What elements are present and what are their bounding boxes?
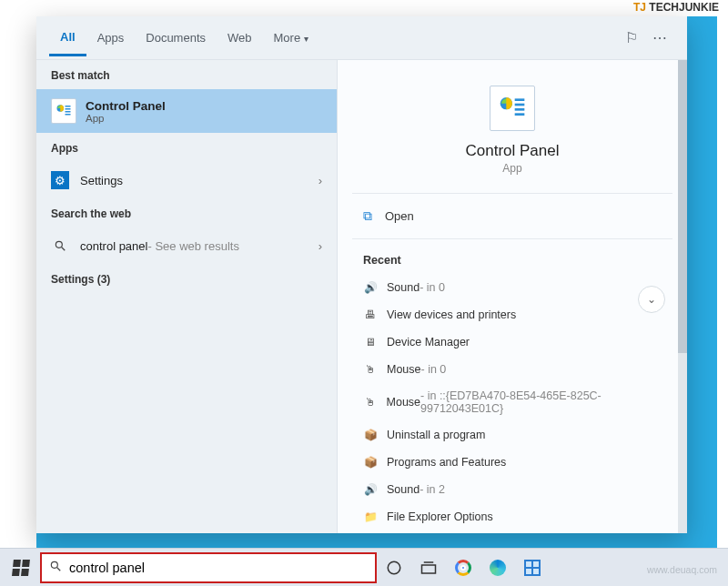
printer-icon: 🖶 — [363, 308, 378, 322]
taskbar-search-box[interactable] — [40, 552, 377, 583]
preview-pane: Control Panel App ⧉ Open ⌄ Recent 🔊Sound… — [337, 60, 687, 533]
windows-search-panel: All Apps Documents Web More▾ ⚐ ⋯ Best ma… — [36, 16, 687, 533]
search-web-header: Search the web — [36, 198, 337, 227]
results-column: Best match Control Panel App Apps ⚙ Sett… — [36, 60, 337, 533]
open-icon: ⧉ — [363, 208, 372, 224]
svg-point-12 — [51, 561, 57, 568]
mouse-icon: 🖱 — [363, 362, 378, 377]
result-label: control panel — [80, 239, 147, 253]
result-web-search[interactable]: control panel - See web results › — [36, 227, 337, 264]
search-icon — [51, 237, 69, 255]
cortana-circle-icon[interactable] — [377, 551, 411, 585]
control-panel-icon — [51, 98, 76, 124]
tab-apps[interactable]: Apps — [86, 20, 136, 56]
recent-suffix: - in 0 — [421, 363, 447, 376]
techjunkie-watermark: TJ TECHJUNKIE — [633, 1, 719, 14]
mouse-icon: 🖱 — [363, 395, 378, 409]
chrome-icon — [455, 560, 471, 576]
taskbar-chrome[interactable] — [446, 551, 480, 585]
box-icon: 📦 — [363, 455, 378, 470]
scrollbar[interactable] — [678, 60, 687, 533]
recent-label: Device Manager — [387, 336, 470, 349]
task-view-icon[interactable] — [411, 551, 446, 585]
svg-rect-8 — [515, 98, 525, 101]
box-icon: 📦 — [363, 428, 378, 442]
settings-count-header[interactable]: Settings (3) — [36, 264, 337, 293]
recent-item[interactable]: 🖱Mouse - in ::{ED7BA470-8E54-465E-825C-9… — [363, 383, 676, 421]
search-icon — [49, 560, 62, 575]
speaker-icon: 🔊 — [363, 482, 378, 497]
expand-button[interactable]: ⌄ — [638, 286, 665, 313]
recent-suffix: - in ::{ED7BA470-8E54-465E-825C-99712043… — [420, 389, 676, 415]
recent-item[interactable]: 🖶View devices and printers — [363, 301, 676, 328]
recent-item[interactable]: 📁File Explorer Options — [363, 503, 676, 530]
preview-hero: Control Panel App — [338, 60, 687, 193]
preview-title: Control Panel — [338, 142, 687, 160]
svg-rect-11 — [515, 113, 525, 116]
preview-subtitle: App — [338, 162, 687, 175]
taskbar-edge[interactable] — [480, 551, 515, 585]
open-label: Open — [385, 209, 414, 223]
recent-label: Programs and Features — [387, 456, 506, 469]
recent-item[interactable]: 📦Programs and Features — [363, 449, 676, 476]
source-url-watermark: www.deuaq.com — [647, 564, 717, 575]
tab-documents[interactable]: Documents — [135, 20, 217, 56]
gear-icon: ⚙ — [51, 171, 69, 189]
tab-more[interactable]: More▾ — [263, 20, 320, 56]
recent-label: Uninstall a program — [387, 429, 485, 441]
tab-all[interactable]: All — [49, 19, 86, 56]
recent-label: File Explorer Options — [387, 510, 493, 523]
device-icon: 🖥 — [363, 335, 378, 349]
result-best-match[interactable]: Control Panel App — [36, 89, 337, 133]
result-subtitle: App — [86, 113, 166, 124]
recent-item[interactable]: 🖥Device Manager — [363, 328, 676, 356]
chevron-right-icon: › — [318, 174, 322, 187]
chevron-down-icon: ⌄ — [647, 293, 656, 306]
svg-point-5 — [56, 241, 62, 248]
recent-item[interactable]: 🖱Mouse - in 0 — [363, 356, 676, 383]
edge-icon — [490, 560, 506, 576]
svg-rect-3 — [66, 111, 71, 113]
chevron-right-icon: › — [318, 239, 322, 253]
start-button[interactable] — [5, 552, 36, 583]
svg-line-13 — [57, 568, 61, 571]
result-title: Control Panel — [86, 99, 166, 113]
taskbar — [0, 548, 728, 586]
svg-rect-2 — [66, 108, 71, 110]
folder-icon: 📁 — [363, 510, 378, 524]
result-suffix: - See web results — [147, 239, 238, 253]
apps-header: Apps — [36, 133, 337, 162]
speaker-icon: 🔊 — [363, 280, 378, 295]
calculator-icon — [524, 560, 541, 576]
search-tabs: All Apps Documents Web More▾ ⚐ ⋯ — [36, 16, 687, 60]
recent-item[interactable]: 🔊Sound - in 2 — [363, 476, 676, 503]
tab-web[interactable]: Web — [217, 20, 263, 56]
options-icon[interactable]: ⋯ — [645, 22, 674, 54]
chevron-down-icon: ▾ — [304, 34, 308, 44]
recent-item[interactable]: 📦Uninstall a program — [363, 421, 676, 449]
feedback-icon[interactable]: ⚐ — [618, 22, 645, 54]
recent-list: 🔊Sound - in 0🖶View devices and printers🖥… — [338, 274, 687, 530]
svg-rect-15 — [422, 565, 436, 573]
control-panel-icon — [490, 86, 535, 131]
recent-suffix: - in 2 — [420, 483, 445, 496]
svg-point-14 — [388, 561, 400, 574]
recent-label: Sound — [387, 281, 420, 294]
recent-label: Sound — [387, 483, 420, 496]
recent-suffix: - in 0 — [420, 281, 445, 294]
recent-header: Recent — [338, 239, 687, 274]
open-action[interactable]: ⧉ Open — [338, 194, 687, 238]
svg-line-6 — [62, 248, 66, 251]
svg-rect-10 — [515, 108, 525, 111]
taskbar-calculator[interactable] — [515, 551, 550, 585]
recent-item[interactable]: 🔊Sound - in 0 — [363, 274, 676, 301]
svg-rect-9 — [515, 104, 525, 106]
best-match-header: Best match — [36, 60, 337, 89]
svg-rect-1 — [66, 106, 71, 107]
svg-rect-4 — [66, 114, 71, 116]
windows-logo-icon — [12, 560, 29, 576]
result-settings[interactable]: ⚙ Settings › — [36, 162, 337, 198]
recent-label: View devices and printers — [387, 308, 516, 321]
scrollbar-thumb[interactable] — [678, 60, 687, 353]
search-input[interactable] — [69, 561, 368, 575]
